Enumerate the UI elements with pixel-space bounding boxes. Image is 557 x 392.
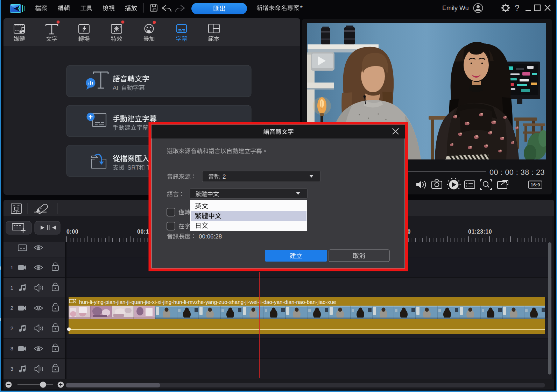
svg-text:*: *	[300, 5, 303, 12]
svg-text:1: 1	[10, 264, 13, 270]
svg-text:AI: AI	[113, 85, 118, 91]
svg-text:SRT: SRT	[127, 164, 139, 171]
svg-text:Emily Wu: Emily Wu	[442, 5, 469, 12]
svg-text:01:23:10: 01:23:10	[468, 229, 492, 235]
svg-text:2: 2	[10, 325, 13, 331]
svg-text:2: 2	[223, 173, 226, 180]
svg-text:3: 3	[10, 345, 13, 351]
svg-text:1: 1	[10, 285, 13, 291]
svg-text:16:9: 16:9	[530, 182, 540, 187]
svg-text:3: 3	[10, 366, 13, 372]
svg-text:00 : 00 : 38 : 23: 00 : 00 : 38 : 23	[489, 168, 545, 177]
svg-text:0:00: 0:00	[66, 229, 78, 235]
svg-text:2: 2	[10, 305, 13, 311]
svg-text:hun-li-ying-pian-jian-ji-quan-: hun-li-ying-pian-jian-ji-quan-jie-xi-xi-…	[79, 299, 336, 305]
svg-text:00:06:28: 00:06:28	[199, 233, 222, 240]
svg-text:?: ?	[515, 3, 520, 13]
